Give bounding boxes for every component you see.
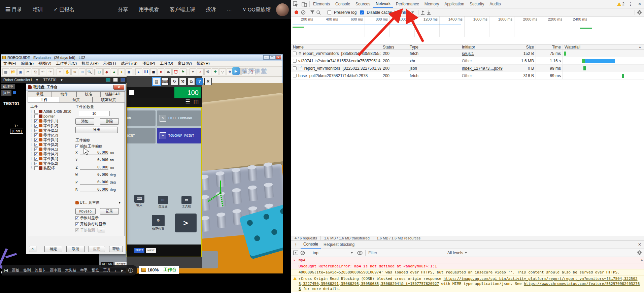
console-warning-mixed-content[interactable]: 400689&lite=1&vid=5285890806598106974' w…	[291, 269, 644, 275]
filter-funnel-icon[interactable]	[310, 10, 315, 14]
add-button[interactable]: 添加	[75, 118, 94, 125]
toolbar-icon-undo[interactable]: ↶	[39, 68, 46, 75]
share-button[interactable]: 分享	[118, 6, 128, 13]
menu-window[interactable]: 窗口(W)	[175, 61, 194, 66]
minimize-button[interactable]: —	[263, 55, 269, 60]
initiator-link[interactable]: sw.js:1	[462, 51, 474, 56]
tools-button[interactable]: 工具	[103, 268, 110, 273]
drawer-tab-request-blocking[interactable]: Request blocking	[321, 240, 357, 249]
preview-button[interactable]: 预览	[92, 268, 99, 273]
drawer-close-button[interactable]: ✕	[635, 240, 644, 249]
tree-item[interactable]: ┆✓零件[3,1]	[30, 137, 71, 142]
dialog-title-bar[interactable]: 取托盘, 工作台 ✕	[26, 84, 126, 91]
touchup-point-button[interactable]: ⌖ TOUCHUP POINT	[157, 128, 201, 143]
offset-field-x[interactable]: X0.000mm	[75, 149, 124, 156]
menu-help[interactable]: 帮助(H)	[194, 61, 212, 66]
menu-test-run[interactable]: 试运行(S)	[118, 61, 140, 66]
menu-edit[interactable]: 编辑(E)	[19, 61, 36, 66]
console-settings-gear-icon[interactable]	[637, 250, 642, 255]
show-when-running-checkbox[interactable]: ✓开始执行时显示	[75, 221, 124, 227]
split-screen-icon[interactable]: ◫	[194, 99, 199, 104]
table-row[interactable]: base_pull?bkn=2075821714&t=0.2978 200 fe…	[291, 72, 644, 79]
answer-card-button[interactable]: 答题卡	[35, 268, 46, 273]
pendant-icon[interactable]: ▤	[153, 78, 160, 85]
menu-file[interactable]: 文件(F)	[1, 61, 19, 66]
tab-exec[interactable]: 执行	[1, 90, 11, 96]
tab-security[interactable]: Security	[467, 0, 487, 8]
menu-robot[interactable]: 机器人(R)	[79, 61, 101, 66]
toolbar-icon-grid[interactable]: ▦	[2, 68, 9, 75]
alarm-icon[interactable]: ⏰	[172, 68, 179, 75]
row-checkbox[interactable]	[293, 59, 297, 63]
tab-elements[interactable]: Elements	[310, 0, 333, 8]
training-button[interactable]: 培训	[33, 6, 43, 13]
pendant-help-icon[interactable]: ?	[196, 78, 203, 85]
menu-project[interactable]: 项目(P)	[140, 61, 157, 66]
input-button[interactable]: ⌨ 输入	[130, 195, 149, 207]
table-row[interactable]: ⚙report_vm?monitors=[33593255,33593255,3…	[291, 50, 644, 57]
toolbar-icon-target[interactable]: ●	[118, 68, 125, 75]
tab-parts[interactable]: 工件	[28, 97, 60, 103]
table-header-row[interactable]: Name Status Type Initiator Size Time Wat…	[291, 44, 644, 50]
offset-field-y[interactable]: Y0.000mm	[75, 156, 124, 164]
stop-button[interactable]: ◼	[150, 68, 157, 75]
edit-offset-checkbox[interactable]: ✓编辑工件偏移	[75, 143, 124, 149]
menu-cell[interactable]: 工作单元(C)	[54, 61, 79, 66]
toolbar-button[interactable]: ▭ 工具栏	[177, 196, 196, 209]
sticker-button[interactable]: 大头贴	[65, 268, 76, 273]
move-to-point-button[interactable]: ➤ MOVE TO POINT	[127, 128, 156, 143]
toolbar-icon-tool[interactable]: ⚒	[204, 68, 211, 75]
offset-field-w[interactable]: W0.000deg	[75, 171, 124, 178]
help-button[interactable]: 帮助	[109, 246, 123, 252]
enrolled-badge[interactable]: ✓ 已报名	[54, 6, 74, 13]
eject-button[interactable]: ⏏	[165, 68, 172, 75]
live-expression-eye-icon[interactable]	[357, 251, 363, 255]
record-network-icon[interactable]	[295, 10, 298, 14]
toolbar-icon-open[interactable]: 📂	[10, 68, 16, 75]
console-error-message[interactable]: Uncaught ReferenceError: mp4 is not defi…	[291, 263, 644, 269]
tree-item[interactable]: ┆✓零件[5,1]	[30, 156, 71, 161]
watch-on-phone-button[interactable]: 用手机看	[139, 6, 159, 13]
clear-console-icon[interactable]	[300, 251, 305, 255]
table-row[interactable]: 📄report_vm?monitors=[3225022,3227501,322…	[291, 65, 644, 72]
toolbar-icon-frame[interactable]: ◼	[126, 68, 132, 75]
interference-checkbox[interactable]: ✓干涉检测 ...	[75, 227, 124, 233]
controller-dropdown[interactable]: Robot Controller1 ▾	[2, 78, 39, 82]
channel-dropdown[interactable]: ∨ QQ皇族馆	[243, 6, 271, 13]
toolbar-icon-collision[interactable]: ☓	[197, 68, 204, 75]
lock-button[interactable]: a	[29, 246, 36, 252]
offset-field-p[interactable]: P0.000deg	[75, 178, 124, 186]
document-icon[interactable]	[113, 78, 118, 82]
panel-icon[interactable]	[121, 78, 125, 82]
tool-frame-dropdown[interactable]: UT... 具主体 ▾	[75, 199, 121, 206]
toolbar-icon-redo[interactable]: ↷	[47, 68, 54, 75]
play-icon[interactable]: ►	[121, 268, 124, 272]
maximize-button[interactable]: ❐	[269, 55, 275, 60]
rotate-icon[interactable]: ↻	[171, 78, 178, 85]
toolbar-icon-select[interactable]: ⌖	[57, 68, 63, 75]
tab-motion[interactable]: 动作	[52, 91, 76, 97]
tab-processing[interactable]: 处理中	[1, 84, 15, 89]
clear-network-icon[interactable]	[301, 10, 306, 15]
show-when-teaching-checkbox[interactable]: ✓示教时显示	[75, 215, 124, 221]
offset-field-r[interactable]: R0.000deg	[75, 186, 124, 193]
moveto-button[interactable]: MoveTo	[75, 208, 96, 215]
preserve-log-checkbox[interactable]	[327, 10, 331, 14]
power-icon[interactable]: ⏐	[128, 268, 133, 273]
console-scrollbar-up[interactable]: ▲	[640, 258, 643, 261]
console-filter-input[interactable]: Filter	[368, 251, 377, 255]
network-settings-gear-icon[interactable]	[637, 10, 642, 15]
devtools-close-button[interactable]: ✕	[635, 0, 644, 8]
tree-item[interactable]: ┆✓零件[2,2]	[30, 133, 71, 137]
warning-count-badge[interactable]: 2	[617, 2, 624, 6]
key-shift[interactable]: SHIFT	[134, 248, 144, 253]
pendant-close-icon[interactable]: ✕	[204, 78, 212, 85]
pause-button[interactable]: ❚❚	[143, 68, 149, 75]
keyboard-icon[interactable]: ⌨	[161, 78, 169, 85]
tree-item[interactable]: ┆✓零件[4,2]	[30, 152, 71, 156]
tree-item[interactable]: ┆✓零件[3,2]	[30, 142, 71, 147]
devtools-kebab-menu[interactable]: ⋮	[626, 0, 635, 8]
monitor-icon[interactable]	[106, 78, 110, 82]
export-button[interactable]: 导出	[75, 127, 118, 133]
toolbar-icon-pan[interactable]: ✋	[64, 68, 71, 75]
